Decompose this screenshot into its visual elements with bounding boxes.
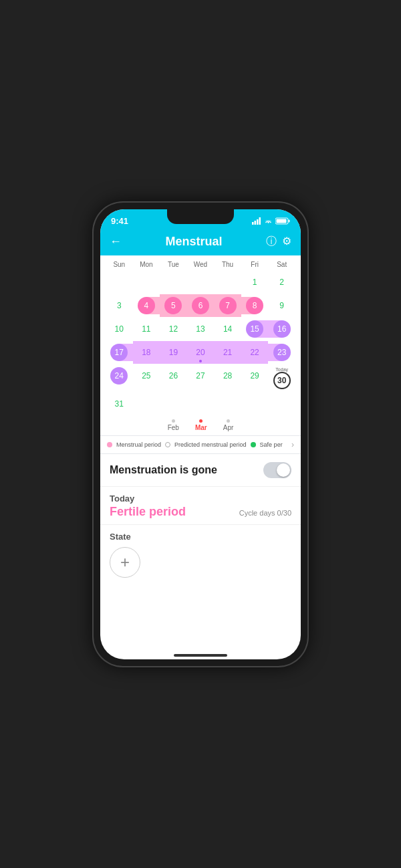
cal-empty	[106, 271, 133, 294]
legend: Menstrual period Predicted menstrual per…	[100, 436, 301, 453]
back-button[interactable]: ←	[110, 235, 122, 249]
cal-day-3[interactable]: 3	[106, 294, 133, 317]
weekday-wed: Wed	[187, 259, 215, 269]
cal-empty	[214, 271, 241, 294]
cal-day-28[interactable]: 28	[214, 364, 241, 392]
cal-empty	[160, 271, 187, 294]
cal-day-19[interactable]: 19	[160, 341, 187, 364]
cal-day-30-today[interactable]: Today 30	[268, 364, 295, 392]
cal-day-25[interactable]: 25	[133, 364, 160, 392]
signal-icon	[252, 217, 261, 225]
legend-safe-dot	[251, 442, 256, 447]
svg-rect-0	[252, 222, 254, 225]
svg-rect-2	[257, 219, 259, 225]
header-title: Menstrual	[165, 235, 222, 249]
cal-empty	[160, 393, 187, 415]
cal-day-12[interactable]: 12	[160, 318, 187, 340]
cal-day-6[interactable]: 6	[187, 294, 215, 317]
info-button[interactable]: ⓘ	[266, 235, 277, 249]
cal-day-4[interactable]: 4	[133, 294, 160, 317]
cal-day-26[interactable]: 26	[160, 364, 187, 392]
weekday-fri: Fri	[241, 259, 269, 269]
month-apr[interactable]: Apr	[223, 419, 234, 431]
menstruation-toggle-row: Menstruation is gone	[100, 454, 301, 487]
menstruation-toggle-label: Menstruation is gone	[110, 464, 217, 476]
cal-empty	[268, 393, 295, 415]
status-time: 9:41	[111, 216, 128, 226]
month-feb[interactable]: Feb	[168, 419, 179, 431]
svg-rect-5	[289, 220, 290, 223]
cal-empty	[187, 393, 215, 415]
cal-day-11[interactable]: 11	[133, 318, 160, 340]
cal-day-10[interactable]: 10	[106, 318, 133, 340]
state-header: State	[110, 532, 291, 542]
add-state-button[interactable]: +	[110, 547, 140, 578]
legend-menstrual-label: Menstrual period	[116, 441, 161, 448]
cal-empty	[133, 393, 160, 415]
cal-day-15[interactable]: 15	[241, 318, 269, 340]
calendar: Sun Mon Tue Wed Thu Fri Sat 1	[100, 255, 301, 435]
svg-rect-3	[259, 217, 261, 225]
cal-day-7[interactable]: 7	[214, 294, 241, 317]
home-indicator	[174, 654, 227, 657]
cal-day-23[interactable]: 23	[268, 341, 295, 364]
cal-day-31[interactable]: 31	[106, 393, 133, 415]
app-header: ← Menstrual ⓘ ⚙	[100, 231, 301, 255]
cal-day-13[interactable]: 13	[187, 318, 215, 340]
weekday-tue: Tue	[160, 259, 187, 269]
fertile-period-label: Fertile period	[110, 505, 186, 519]
legend-more-arrow[interactable]: ›	[291, 440, 294, 449]
cal-day-2[interactable]: 2	[268, 271, 295, 294]
legend-predicted-dot	[165, 442, 170, 447]
add-state-icon: +	[120, 553, 130, 572]
cal-day-1[interactable]: 1	[241, 271, 269, 294]
cal-day-21[interactable]: 21	[214, 341, 241, 364]
month-mar[interactable]: Mar	[195, 419, 207, 431]
cal-day-27[interactable]: 27	[187, 364, 215, 392]
today-section: Today Fertile period Cycle days 0/30	[100, 487, 301, 525]
cal-empty	[241, 393, 269, 415]
weekday-thu: Thu	[214, 259, 241, 269]
state-section: State +	[100, 525, 301, 584]
cal-day-20[interactable]: 20	[187, 341, 215, 364]
today-status: Fertile period Cycle days 0/30	[110, 505, 291, 519]
cal-day-29[interactable]: 29	[241, 364, 269, 392]
svg-rect-1	[255, 221, 257, 225]
battery-icon	[275, 217, 290, 225]
settings-button[interactable]: ⚙	[282, 235, 291, 249]
cal-day-14[interactable]: 14	[214, 318, 241, 340]
cal-empty	[133, 271, 160, 294]
cal-day-17[interactable]: 17	[106, 341, 133, 364]
calendar-grid: 1 2 3 4 5 6	[106, 271, 295, 415]
cal-day-9[interactable]: 9	[268, 294, 295, 317]
cal-day-24[interactable]: 24	[106, 364, 133, 392]
cal-day-5[interactable]: 5	[160, 294, 187, 317]
menstruation-toggle[interactable]	[263, 462, 291, 478]
month-nav: Feb Mar Apr	[106, 415, 295, 434]
wifi-icon	[264, 218, 273, 225]
cycle-days-label: Cycle days 0/30	[239, 509, 291, 517]
cal-empty	[214, 393, 241, 415]
weekday-mon: Mon	[133, 259, 160, 269]
cal-day-22[interactable]: 22	[241, 341, 269, 364]
calendar-weekdays: Sun Mon Tue Wed Thu Fri Sat	[106, 259, 295, 269]
legend-safe-label: Safe per	[260, 441, 283, 448]
weekday-sun: Sun	[106, 259, 133, 269]
weekday-sat: Sat	[268, 259, 295, 269]
status-icons	[252, 217, 290, 225]
today-header: Today	[110, 494, 291, 504]
cal-day-16[interactable]: 16	[268, 318, 295, 340]
cal-empty	[187, 271, 215, 294]
svg-rect-6	[277, 219, 287, 223]
legend-predicted-label: Predicted menstrual period	[174, 441, 247, 448]
legend-menstrual-dot	[107, 442, 112, 447]
cal-day-18[interactable]: 18	[133, 341, 160, 364]
cal-day-8[interactable]: 8	[241, 294, 269, 317]
